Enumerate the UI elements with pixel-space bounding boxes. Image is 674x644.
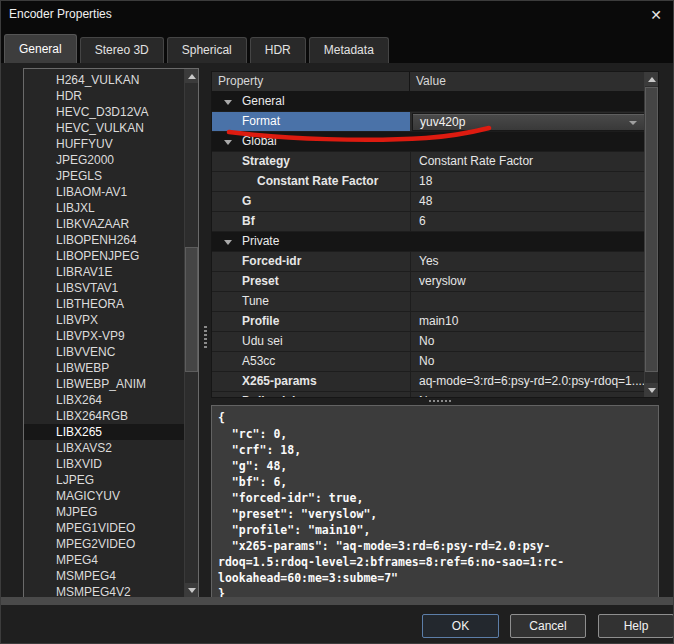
group-label: Global	[242, 132, 277, 151]
encoder-list-item[interactable]: LIBOPENJPEG	[24, 248, 184, 264]
property-row[interactable]: DolbyvisionNo	[212, 392, 646, 398]
tab-stereo-3d[interactable]: Stereo 3D	[80, 37, 164, 63]
property-value: No	[410, 352, 646, 371]
property-row[interactable]: X265-paramsaq-mode=3:rd=6:psy-rd=2.0:psy…	[212, 372, 646, 392]
property-row[interactable]: Profilemain10	[212, 312, 646, 332]
property-row[interactable]: Forced-idrYes	[212, 252, 646, 272]
encoder-list-item[interactable]: LIBTHEORA	[24, 296, 184, 312]
collapse-arrow-icon[interactable]	[224, 240, 232, 245]
encoder-list-item[interactable]: LIBXAVS2	[24, 440, 184, 456]
group-label: General	[242, 92, 285, 111]
table-header: Property Value	[212, 72, 646, 92]
close-icon[interactable]: ✕	[645, 4, 667, 26]
json-options-editor[interactable]: { "rc": 0, "crf": 18, "g": 48, "bf": 6, …	[211, 405, 659, 598]
property-rows: GeneralFormatyuv420pGlobalStrategyConsta…	[212, 92, 646, 398]
group-row[interactable]: General	[212, 92, 646, 112]
property-name: Udu sei	[212, 332, 410, 351]
encoder-list-item[interactable]: LIBVPX-VP9	[24, 328, 184, 344]
property-row[interactable]: Bf6	[212, 212, 646, 232]
encoder-list-scrollbar[interactable]	[184, 69, 198, 597]
scroll-down-icon[interactable]	[185, 583, 198, 597]
scrollbar-thumb[interactable]	[645, 87, 658, 372]
property-name: Format	[212, 112, 410, 131]
property-row[interactable]: Formatyuv420p	[212, 112, 646, 132]
property-value: main10	[410, 312, 646, 331]
format-dropdown[interactable]: yuv420p	[412, 113, 645, 131]
encoder-list-item[interactable]: MAGICYUV	[24, 488, 184, 504]
encoder-list-item[interactable]: LIBJXL	[24, 200, 184, 216]
encoder-list-item[interactable]: LIBX265	[24, 424, 184, 440]
encoder-list-item[interactable]: MJPEG	[24, 504, 184, 520]
group-row[interactable]: Private	[212, 232, 646, 252]
column-header-property[interactable]: Property	[212, 72, 410, 92]
collapse-arrow-icon[interactable]	[224, 140, 232, 145]
collapse-arrow-icon[interactable]	[224, 100, 232, 105]
encoder-list-item[interactable]: LIBWEBP	[24, 360, 184, 376]
property-row[interactable]: Presetveryslow	[212, 272, 646, 292]
tab-hdr[interactable]: HDR	[250, 37, 306, 63]
property-row[interactable]: Tune	[212, 292, 646, 312]
property-row[interactable]: A53ccNo	[212, 352, 646, 372]
tab-general[interactable]: General	[4, 34, 77, 63]
property-row[interactable]: G48	[212, 192, 646, 212]
encoder-list-item[interactable]: HDR	[24, 88, 184, 104]
encoder-list-item[interactable]: LIBX264RGB	[24, 408, 184, 424]
encoder-list-item[interactable]: LIBVPX	[24, 312, 184, 328]
encoder-list-item[interactable]: LIBXVID	[24, 456, 184, 472]
encoder-list-item[interactable]: HUFFYUV	[24, 136, 184, 152]
encoder-list-item[interactable]: HEVC_VULKAN	[24, 120, 184, 136]
scroll-down-icon[interactable]	[645, 383, 658, 397]
encoder-list-item[interactable]: LIBSVTAV1	[24, 280, 184, 296]
tab-metadata[interactable]: Metadata	[309, 37, 389, 63]
encoder-properties-dialog: Encoder Properties ✕ GeneralStereo 3DSph…	[0, 0, 674, 644]
group-row[interactable]: Global	[212, 132, 646, 152]
help-button[interactable]: Help	[598, 614, 674, 638]
chevron-down-icon	[629, 121, 637, 125]
property-value: veryslow	[410, 272, 646, 291]
encoder-list-item[interactable]: LIBX264	[24, 392, 184, 408]
vertical-splitter-handle[interactable]	[204, 326, 207, 350]
column-header-value[interactable]: Value	[410, 72, 646, 92]
horizontal-splitter-handle[interactable]	[429, 400, 451, 403]
scroll-up-icon[interactable]	[185, 69, 198, 83]
encoder-list-box: H264_VULKANHDRHEVC_D3D12VAHEVC_VULKANHUF…	[23, 68, 199, 598]
property-name: Constant Rate Factor	[212, 172, 410, 191]
encoder-list-item[interactable]: JPEGLS	[24, 168, 184, 184]
encoder-list: H264_VULKANHDRHEVC_D3D12VAHEVC_VULKANHUF…	[24, 72, 184, 597]
bottom-divider	[1, 597, 674, 605]
property-name: X265-params	[212, 372, 410, 391]
encoder-list-item[interactable]: LIBAOM-AV1	[24, 184, 184, 200]
window-title: Encoder Properties	[9, 7, 112, 21]
encoder-list-item[interactable]: MPEG4	[24, 552, 184, 568]
tab-spherical[interactable]: Spherical	[167, 37, 247, 63]
encoder-list-item[interactable]: MSMPEG4V2	[24, 584, 184, 598]
table-scrollbar[interactable]	[644, 72, 658, 397]
encoder-list-item[interactable]: MSMPEG4	[24, 568, 184, 584]
ok-button[interactable]: OK	[422, 614, 499, 638]
encoder-list-item[interactable]: LIBKVAZAAR	[24, 216, 184, 232]
scroll-up-icon[interactable]	[645, 72, 658, 86]
encoder-list-item[interactable]: LIBWEBP_ANIM	[24, 376, 184, 392]
title-bar: Encoder Properties ✕	[1, 1, 673, 29]
encoder-list-item[interactable]: LIBOPENH264	[24, 232, 184, 248]
scrollbar-thumb[interactable]	[185, 247, 198, 372]
encoder-list-item[interactable]: LJPEG	[24, 472, 184, 488]
property-value: No	[410, 392, 646, 398]
property-value: aq-mode=3:rd=6:psy-rd=2.0:psy-rdoq=1....	[410, 372, 646, 391]
property-row[interactable]: StrategyConstant Rate Factor	[212, 152, 646, 172]
property-name: Bf	[212, 212, 410, 231]
encoder-list-item[interactable]: MPEG2VIDEO	[24, 536, 184, 552]
property-name: A53cc	[212, 352, 410, 371]
cancel-button[interactable]: Cancel	[510, 614, 586, 638]
property-row[interactable]: Constant Rate Factor18	[212, 172, 646, 192]
encoder-list-item[interactable]: HEVC_D3D12VA	[24, 104, 184, 120]
property-row[interactable]: Udu seiNo	[212, 332, 646, 352]
encoder-list-item[interactable]: LIBVVENC	[24, 344, 184, 360]
property-name: Dolbyvision	[212, 392, 410, 398]
encoder-list-item[interactable]: MPEG1VIDEO	[24, 520, 184, 536]
json-options-text[interactable]: { "rc": 0, "crf": 18, "g": 48, "bf": 6, …	[212, 406, 658, 598]
property-name: Strategy	[212, 152, 410, 171]
encoder-list-item[interactable]: H264_VULKAN	[24, 72, 184, 88]
encoder-list-item[interactable]: LIBRAV1E	[24, 264, 184, 280]
encoder-list-item[interactable]: JPEG2000	[24, 152, 184, 168]
